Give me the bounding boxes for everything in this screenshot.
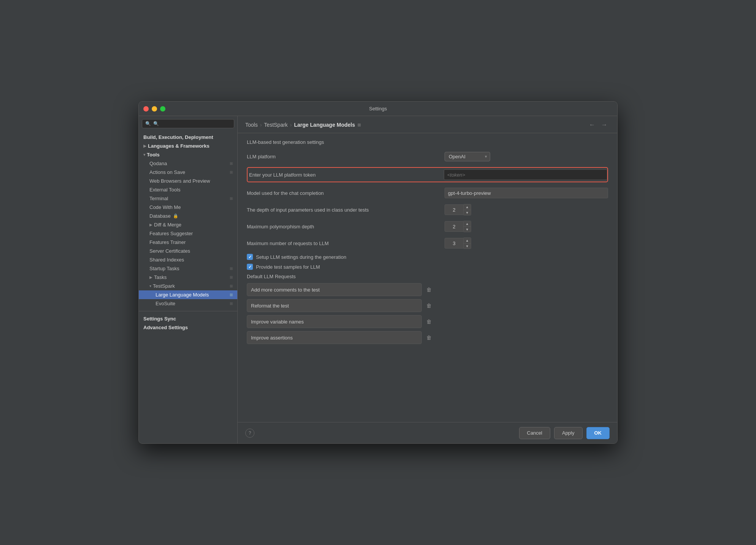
sidebar-item-features-trainer[interactable]: Features Trainer bbox=[139, 238, 237, 247]
sidebar-item-advanced-settings[interactable]: Advanced Settings bbox=[139, 323, 237, 332]
token-label: Enter your LLM platform token bbox=[248, 172, 444, 178]
delete-request-4-button[interactable]: 🗑 bbox=[425, 333, 433, 342]
sidebar-item-languages[interactable]: ▶ Languages & Frameworks bbox=[139, 142, 237, 150]
sidebar-item-label: External Tools bbox=[149, 187, 180, 193]
model-input[interactable] bbox=[445, 188, 608, 198]
delete-request-2-button[interactable]: 🗑 bbox=[425, 301, 433, 310]
max-requests-input[interactable] bbox=[445, 238, 464, 249]
pin-icon: ⊞ bbox=[230, 301, 233, 306]
sidebar-item-label: Shared Indexes bbox=[149, 257, 184, 263]
depth-input[interactable] bbox=[445, 204, 464, 215]
ok-button[interactable]: OK bbox=[586, 427, 610, 439]
polymorphism-increment-button[interactable]: ▲ bbox=[464, 221, 471, 226]
breadcrumb-pin-icon[interactable]: ⊞ bbox=[357, 123, 361, 127]
setup-llm-row[interactable]: ✓ Setup LLM settings during the generati… bbox=[247, 254, 608, 260]
sidebar-item-code-with-me[interactable]: Code With Me bbox=[139, 203, 237, 212]
depth-decrement-button[interactable]: ▼ bbox=[464, 210, 471, 215]
depth-increment-button[interactable]: ▲ bbox=[464, 204, 471, 210]
setup-llm-checkbox[interactable]: ✓ bbox=[247, 254, 253, 260]
sidebar-item-features-suggester[interactable]: Features Suggester bbox=[139, 229, 237, 238]
pin-icon: ⊞ bbox=[230, 266, 233, 271]
default-requests-title: Default LLM Requests bbox=[247, 274, 608, 279]
token-row: Enter your LLM platform token bbox=[247, 167, 608, 182]
close-button[interactable] bbox=[143, 106, 149, 112]
nav-forward-button[interactable]: → bbox=[599, 121, 610, 129]
sidebar-item-tasks[interactable]: ▶ Tasks ⊞ bbox=[139, 273, 237, 282]
polymorphism-decrement-button[interactable]: ▼ bbox=[464, 226, 471, 232]
depth-label: The depth of input parameters used in cl… bbox=[247, 207, 445, 213]
arrow-icon: ▶ bbox=[143, 144, 146, 148]
help-button[interactable]: ? bbox=[245, 429, 254, 438]
sidebar-item-tools[interactable]: ▾ Tools bbox=[139, 150, 237, 159]
breadcrumb-current[interactable]: Large Language Models bbox=[294, 122, 355, 128]
list-item: 🗑 bbox=[247, 299, 608, 312]
arrow-icon: ▾ bbox=[143, 153, 145, 157]
minimize-button[interactable] bbox=[152, 106, 157, 112]
llm-platform-select[interactable]: OpenAI bbox=[445, 152, 490, 161]
sidebar-item-settings-sync[interactable]: Settings Sync bbox=[139, 314, 237, 323]
sidebar-item-web-browsers[interactable]: Web Browsers and Preview bbox=[139, 177, 237, 185]
sidebar-item-database[interactable]: Database 🔒 bbox=[139, 212, 237, 220]
arrow-icon: ▶ bbox=[149, 223, 152, 227]
depth-spinner: ▲ ▼ bbox=[445, 204, 608, 215]
polymorphism-spinner-buttons: ▲ ▼ bbox=[464, 221, 471, 232]
llm-platform-select-wrapper[interactable]: OpenAI bbox=[445, 152, 490, 161]
apply-button[interactable]: Apply bbox=[554, 427, 583, 439]
list-item: 🗑 bbox=[247, 315, 608, 328]
sidebar-item-external-tools[interactable]: External Tools bbox=[139, 185, 237, 194]
max-requests-row: Maximum number of requests to LLM ▲ ▼ bbox=[247, 237, 608, 249]
sidebar-item-label: Large Language Models bbox=[156, 292, 209, 298]
request-input-2[interactable] bbox=[247, 299, 422, 312]
sidebar-item-qodana[interactable]: Qodana ⊞ bbox=[139, 159, 237, 168]
model-control bbox=[445, 188, 608, 198]
delete-request-1-button[interactable]: 🗑 bbox=[425, 285, 433, 294]
settings-content: LLM-based test generation settings LLM p… bbox=[238, 133, 617, 422]
max-requests-control: ▲ ▼ bbox=[445, 237, 608, 249]
test-samples-row[interactable]: ✓ Provide test samples for LLM bbox=[247, 264, 608, 270]
llm-platform-row: LLM platform OpenAI bbox=[247, 150, 608, 163]
sidebar-item-label: Advanced Settings bbox=[143, 325, 188, 330]
sidebar-item-diff-merge[interactable]: ▶ Diff & Merge bbox=[139, 220, 237, 229]
sidebar-item-terminal[interactable]: Terminal ⊞ bbox=[139, 194, 237, 203]
search-input[interactable] bbox=[153, 121, 231, 126]
sidebar-item-shared-indexes[interactable]: Shared Indexes bbox=[139, 255, 237, 264]
search-box[interactable]: 🔍 bbox=[142, 119, 234, 128]
max-requests-decrement-button[interactable]: ▼ bbox=[464, 243, 471, 249]
sidebar-item-label: Languages & Frameworks bbox=[148, 143, 210, 149]
request-input-3[interactable] bbox=[247, 315, 422, 328]
test-samples-checkbox[interactable]: ✓ bbox=[247, 264, 253, 270]
request-input-1[interactable] bbox=[247, 283, 422, 296]
main-header: Tools › TestSpark › Large Language Model… bbox=[238, 116, 617, 133]
cancel-button[interactable]: Cancel bbox=[519, 427, 550, 439]
sidebar-item-label: Build, Execution, Deployment bbox=[143, 134, 213, 140]
polymorphism-input[interactable] bbox=[445, 221, 464, 232]
depth-row: The depth of input parameters used in cl… bbox=[247, 204, 608, 216]
sidebar-item-label: Qodana bbox=[149, 161, 167, 166]
settings-dialog: Settings 🔍 Build, Execution, Deployment … bbox=[138, 101, 618, 444]
footer: ? Cancel Apply OK bbox=[238, 422, 617, 443]
nav-buttons: ← → bbox=[587, 121, 610, 129]
arrow-icon: ▾ bbox=[149, 284, 151, 288]
breadcrumb-testspark[interactable]: TestSpark bbox=[264, 122, 287, 128]
llm-platform-control: OpenAI bbox=[445, 152, 608, 161]
nav-back-button[interactable]: ← bbox=[587, 121, 597, 129]
sidebar-item-label: Features Suggester bbox=[149, 231, 193, 236]
window-title: Settings bbox=[369, 106, 387, 112]
maximize-button[interactable] bbox=[160, 106, 165, 112]
sidebar-item-server-certificates[interactable]: Server Certificates bbox=[139, 247, 237, 255]
request-input-4[interactable] bbox=[247, 331, 422, 344]
sidebar-item-build-execution[interactable]: Build, Execution, Deployment bbox=[139, 133, 237, 142]
sidebar-item-label: Tasks bbox=[154, 274, 167, 280]
sidebar-item-evosuite[interactable]: EvoSuite ⊞ bbox=[139, 299, 237, 308]
breadcrumb-tools[interactable]: Tools bbox=[245, 122, 258, 128]
max-requests-increment-button[interactable]: ▲ bbox=[464, 238, 471, 243]
sidebar-item-actions-on-save[interactable]: Actions on Save ⊞ bbox=[139, 168, 237, 177]
main-content-area: 🔍 Build, Execution, Deployment ▶ Languag… bbox=[139, 116, 617, 443]
token-input[interactable] bbox=[444, 169, 607, 180]
sidebar-item-large-language-models[interactable]: Large Language Models ⊞ bbox=[139, 290, 237, 299]
sidebar-item-testspark[interactable]: ▾ TestSpark ⊞ bbox=[139, 282, 237, 290]
sidebar-item-startup-tasks[interactable]: Startup Tasks ⊞ bbox=[139, 264, 237, 273]
list-item: 🗑 bbox=[247, 331, 608, 344]
setup-llm-label: Setup LLM settings during the generation bbox=[256, 254, 346, 260]
delete-request-3-button[interactable]: 🗑 bbox=[425, 317, 433, 326]
